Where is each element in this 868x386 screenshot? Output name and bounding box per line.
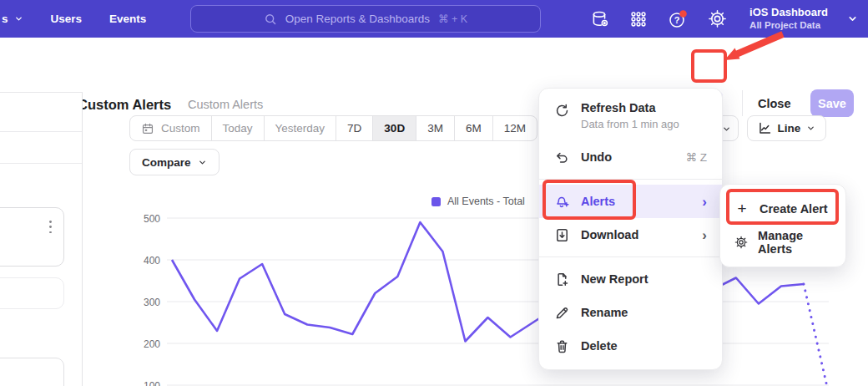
chart-legend: All Events - Total [431,196,525,207]
chevron-down-icon [722,124,731,134]
nav-item-users[interactable]: Users [51,13,83,25]
sidebar-card[interactable] [0,207,64,267]
project-switcher[interactable]: iOS Dashboard All Project Data [749,6,828,32]
date-range-segmented-control: CustomTodayYesterday7D30D3M6M12M [129,115,537,141]
settings-gear-icon[interactable] [707,9,727,29]
menu-item-delete[interactable]: Delete [539,329,722,363]
trash-icon [554,338,570,354]
new-report-label: New Report [581,272,648,286]
chevron-down-icon [806,124,815,133]
sidebar-card[interactable] [0,358,64,386]
delete-label: Delete [581,339,618,353]
alerts-label: Alerts [581,195,615,208]
chevron-right-icon: › [702,228,707,242]
nav-item-partial[interactable]: s [2,13,23,25]
sidebar-row[interactable] [0,93,82,132]
search-shortcut: ⌘ + K [438,13,467,25]
range-label: 7D [347,122,361,135]
undo-shortcut: ⌘ Z [686,150,708,164]
file-plus-icon [554,272,570,287]
create-alert-label: Create Alert [760,202,828,216]
search-input[interactable]: Open Reports & Dashboards ⌘ + K [190,5,541,33]
chart-type-button[interactable]: Line [747,115,826,141]
download-icon [554,227,570,243]
sidebar-card[interactable] [0,277,64,309]
alerts-submenu: + Create Alert Manage Alerts [719,184,846,267]
pencil-icon [554,305,570,321]
range-custom[interactable]: Custom [130,116,211,140]
menu-item-undo[interactable]: Undo ⌘ Z [539,140,722,174]
chevron-down-icon [198,158,207,167]
help-icon[interactable]: ? [668,9,688,29]
line-chart-icon [758,121,772,135]
range-30d[interactable]: 30D [372,116,416,140]
submenu-item-manage-alerts[interactable]: Manage Alerts [720,226,845,259]
range-label: 12M [504,122,526,135]
range-label: 30D [384,122,405,135]
y-tick-label: 200 [144,338,160,350]
refresh-subtitle: Data from 1 min ago [581,118,707,130]
apps-grid-icon[interactable] [628,9,648,29]
legend-swatch [431,197,441,206]
range-label: 3M [427,122,443,135]
menu-item-download[interactable]: Download › [539,218,722,251]
sidebar-row[interactable] [0,132,82,164]
range-today[interactable]: Today [211,116,264,140]
calendar-icon [141,122,154,135]
y-tick-label: 300 [144,297,160,308]
range-label: Custom [161,122,200,135]
menu-item-refresh-data[interactable]: Refresh Data Data from 1 min ago [539,94,722,140]
plus-icon: + [734,200,749,218]
refresh-label: Refresh Data [581,101,707,114]
close-button[interactable]: Close [758,97,791,110]
undo-label: Undo [581,150,612,164]
report-header: Custom Alerts Custom Alerts GV Duplicate… [0,38,868,92]
kebab-menu-icon[interactable] [49,221,52,233]
project-name: iOS Dashboard [749,6,828,19]
menu-divider [539,179,722,180]
range-12m[interactable]: 12M [492,116,537,140]
y-tick-label: 500 [144,213,160,225]
range-3m[interactable]: 3M [416,116,454,140]
nav-item-events[interactable]: Events [109,13,146,25]
y-tick-label: 400 [144,255,160,267]
project-scope: All Project Data [749,19,828,31]
bell-plus-icon [554,194,570,210]
top-navbar: s Users Events Open Reports & Dashboards… [0,0,868,38]
data-management-icon[interactable] [589,9,609,29]
notification-dot [679,10,687,18]
rename-label: Rename [581,306,628,319]
gear-icon [734,235,748,250]
page-title: Custom Alerts [78,97,171,113]
legend-label: All Events - Total [447,196,525,207]
undo-icon [554,150,570,165]
submenu-item-create-alert[interactable]: + Create Alert [720,192,845,226]
menu-item-alerts[interactable]: Alerts › [539,185,722,218]
refresh-icon [554,103,570,119]
menu-item-new-report[interactable]: New Report [539,262,722,296]
compare-button[interactable]: Compare [129,149,220,175]
search-placeholder: Open Reports & Dashboards [285,13,430,25]
search-icon [264,13,277,26]
range-label: 6M [466,122,482,135]
breadcrumb: Custom Alerts [188,98,263,111]
more-options-menu: Refresh Data Data from 1 min ago Undo ⌘ … [538,88,723,370]
chevron-right-icon: › [702,195,707,209]
nav-partial-label: s [2,13,8,25]
query-builder-sidebar [0,92,83,386]
range-yesterday[interactable]: Yesterday [264,116,336,140]
line-series-incomplete-dotted [804,284,826,383]
menu-divider [539,256,722,257]
range-label: Yesterday [275,122,326,135]
range-label: Today [223,122,253,135]
range-7d[interactable]: 7D [336,116,372,140]
compare-label: Compare [142,156,191,169]
chart-type-label: Line [778,122,801,135]
chevron-down-icon [14,14,23,23]
chevron-down-icon [847,13,858,24]
header-divider [742,90,743,116]
menu-item-rename[interactable]: Rename [539,296,722,329]
save-button[interactable]: Save [810,89,854,117]
svg-text:?: ? [674,15,680,25]
range-6m[interactable]: 6M [454,116,492,140]
